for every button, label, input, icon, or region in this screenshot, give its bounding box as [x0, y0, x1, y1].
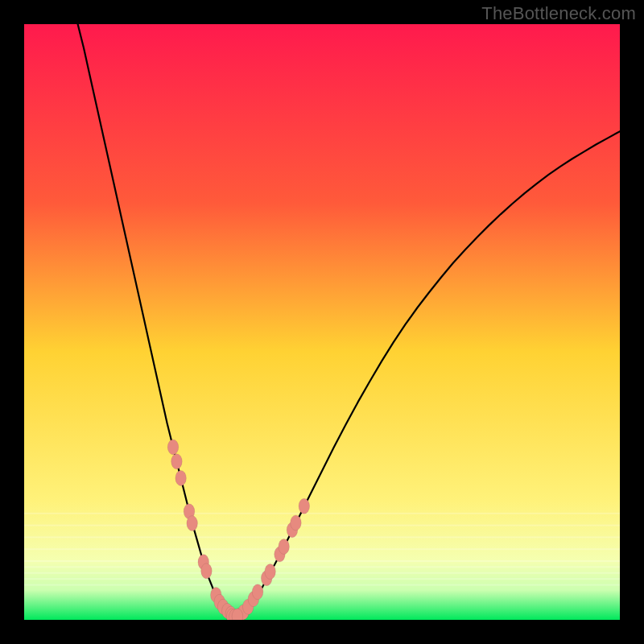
svg-rect-0: [24, 24, 620, 620]
svg-rect-5: [24, 560, 620, 562]
svg-point-14: [187, 516, 198, 531]
svg-point-26: [252, 584, 263, 600]
svg-rect-1: [24, 513, 620, 514]
svg-rect-4: [24, 548, 620, 550]
svg-rect-2: [24, 525, 620, 526]
watermark-text: TheBottleneck.com: [481, 3, 636, 24]
svg-point-28: [265, 564, 276, 580]
svg-point-12: [175, 470, 187, 485]
svg-point-16: [201, 564, 213, 579]
plot-area: [24, 24, 620, 620]
svg-rect-6: [24, 566, 620, 568]
svg-rect-8: [24, 578, 620, 580]
svg-rect-9: [24, 584, 620, 586]
svg-point-30: [279, 539, 290, 554]
svg-point-32: [291, 515, 302, 530]
svg-point-33: [299, 498, 310, 514]
svg-point-10: [167, 440, 179, 455]
svg-rect-7: [24, 572, 620, 574]
svg-point-11: [171, 454, 183, 469]
chart-container: TheBottleneck.com: [0, 0, 644, 644]
chart-svg: [24, 24, 620, 620]
svg-rect-3: [24, 536, 620, 538]
